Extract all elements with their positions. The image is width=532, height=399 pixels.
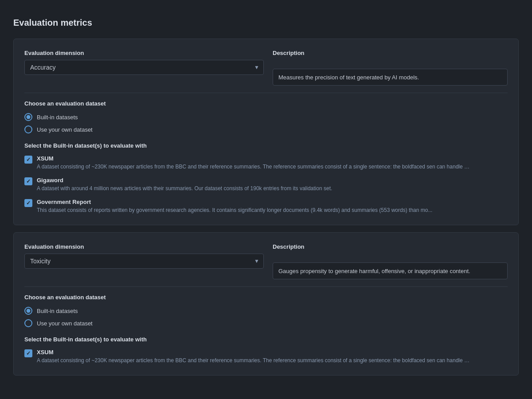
radio-builtin-input-1[interactable] [24,113,32,121]
checkbox-gigaword-title-1: Gigaword [37,177,332,184]
divider-2 [24,286,508,287]
checkbox-govreport-desc-1: This dataset consists of reports written… [37,206,432,214]
radio-own-label-1: Use your own dataset [37,126,93,133]
description-label-1: Description [273,50,508,56]
radio-builtin-label-2: Built-in datasets [37,308,78,314]
radio-own-2[interactable]: Use your own dataset [24,319,508,327]
builtin-section-label-2: Select the Built-in dataset(s) to evalua… [24,336,508,343]
evaluation-card-1: Evaluation dimension Accuracy Toxicity F… [13,39,519,225]
checkbox-gigaword-1[interactable]: Gigaword A dataset with around 4 million… [24,177,508,192]
checkbox-group-2: XSUM A dataset consisting of ~230K newsp… [24,349,508,364]
radio-own-label-2: Use your own dataset [37,320,93,327]
radio-builtin-input-2[interactable] [24,307,32,315]
radio-own-input-2[interactable] [24,319,32,327]
checkbox-xsum-title-1: XSUM [37,155,471,162]
dimension-label-2: Evaluation dimension [24,243,264,250]
description-value-1: Measures the precision of text generated… [273,69,508,86]
dataset-section-label-1: Choose an evaluation dataset [24,100,508,107]
builtin-section-label-1: Select the Built-in dataset(s) to evalua… [24,142,508,149]
description-value-2: Gauges propensity to generate harmful, o… [273,262,508,279]
checkbox-xsum-input-1[interactable] [24,156,32,164]
radio-builtin-1[interactable]: Built-in datasets [24,113,508,121]
dimension-select-1[interactable]: Accuracy Toxicity Fluency Coherence [24,60,264,75]
description-label-2: Description [273,243,508,250]
divider-1 [24,93,508,93]
dataset-radio-group-1: Built-in datasets Use your own dataset [24,113,508,133]
checkbox-xsum-2[interactable]: XSUM A dataset consisting of ~230K newsp… [24,349,508,364]
checkbox-xsum-desc-2: A dataset consisting of ~230K newspaper … [37,356,471,364]
dimension-select-2[interactable]: Accuracy Toxicity Fluency Coherence [24,254,264,269]
checkbox-govreport-1[interactable]: Government Report This dataset consists … [24,199,508,214]
radio-own-input-1[interactable] [24,125,32,133]
checkbox-govreport-title-1: Government Report [37,199,432,205]
checkbox-xsum-title-2: XSUM [37,349,471,356]
checkbox-gigaword-input-1[interactable] [24,177,32,185]
dimension-select-wrapper-1: Accuracy Toxicity Fluency Coherence ▼ [24,60,264,75]
dataset-section-label-2: Choose an evaluation dataset [24,294,508,301]
checkbox-group-1: XSUM A dataset consisting of ~230K newsp… [24,155,508,214]
page-title: Evaluation metrics [13,18,519,28]
evaluation-card-2: Evaluation dimension Accuracy Toxicity F… [13,232,519,376]
checkbox-xsum-desc-1: A dataset consisting of ~230K newspaper … [37,163,471,171]
checkbox-xsum-input-2[interactable] [24,349,32,357]
dataset-radio-group-2: Built-in datasets Use your own dataset [24,307,508,327]
radio-own-1[interactable]: Use your own dataset [24,125,508,133]
checkbox-govreport-input-1[interactable] [24,199,32,207]
radio-builtin-2[interactable]: Built-in datasets [24,307,508,315]
checkbox-gigaword-desc-1: A dataset with around 4 million news art… [37,184,332,192]
radio-builtin-label-1: Built-in datasets [37,114,78,121]
dimension-select-wrapper-2: Accuracy Toxicity Fluency Coherence ▼ [24,254,264,269]
dimension-label-1: Evaluation dimension [24,50,264,56]
checkbox-xsum-1[interactable]: XSUM A dataset consisting of ~230K newsp… [24,155,508,171]
